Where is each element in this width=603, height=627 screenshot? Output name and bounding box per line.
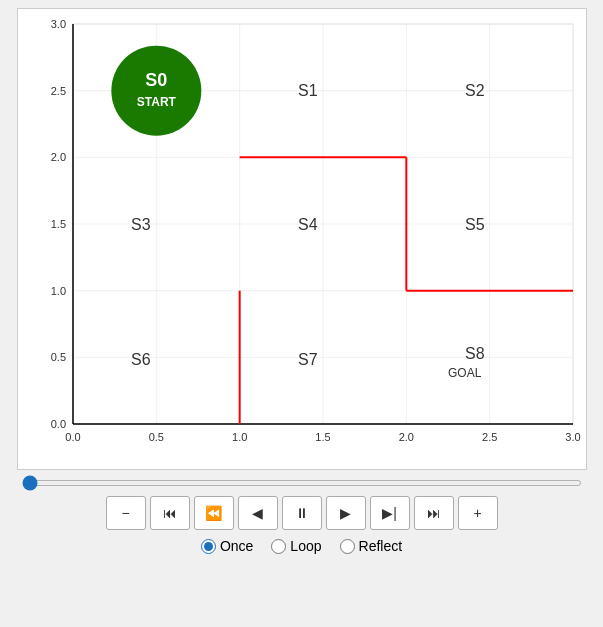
s1-label: S1 — [298, 82, 318, 99]
svg-text:2.0: 2.0 — [50, 151, 65, 163]
step-back-button[interactable]: ⏪ — [194, 496, 234, 530]
svg-text:2.5: 2.5 — [482, 431, 497, 443]
svg-text:0.0: 0.0 — [65, 431, 80, 443]
skip-to-end-button[interactable]: ⏭ — [414, 496, 454, 530]
mode-once-label: Once — [220, 538, 253, 554]
svg-text:1.5: 1.5 — [315, 431, 330, 443]
mode-reflect-radio[interactable] — [340, 539, 355, 554]
y-tick-labels: 0.0 0.5 1.0 1.5 2.0 2.5 3.0 — [50, 18, 65, 430]
mode-reflect-label: Reflect — [359, 538, 403, 554]
s0-circle — [111, 46, 201, 136]
playback-modes: Once Loop Reflect — [201, 538, 402, 554]
skip-to-start-button[interactable]: ⏮ — [150, 496, 190, 530]
s4-label: S4 — [298, 216, 318, 233]
mode-loop-radio[interactable] — [271, 539, 286, 554]
chart-svg: 0.0 0.5 1.0 1.5 2.0 2.5 3.0 0.0 0.5 1.0 … — [18, 9, 588, 469]
mode-loop-option[interactable]: Loop — [271, 538, 321, 554]
svg-text:0.5: 0.5 — [50, 351, 65, 363]
controls-bar: − ⏮ ⏪ ◀ ⏸ ▶ ▶| ⏭ + — [106, 496, 498, 530]
timeline-slider[interactable] — [22, 480, 582, 486]
x-tick-labels: 0.0 0.5 1.0 1.5 2.0 2.5 3.0 — [65, 431, 580, 443]
prev-button[interactable]: ◀ — [238, 496, 278, 530]
mode-once-option[interactable]: Once — [201, 538, 253, 554]
svg-text:0.0: 0.0 — [50, 418, 65, 430]
s2-label: S2 — [465, 82, 485, 99]
s3-label: S3 — [131, 216, 151, 233]
pause-button[interactable]: ⏸ — [282, 496, 322, 530]
play-button[interactable]: ▶ — [326, 496, 366, 530]
plus-button[interactable]: + — [458, 496, 498, 530]
mode-reflect-option[interactable]: Reflect — [340, 538, 403, 554]
svg-text:1.0: 1.0 — [232, 431, 247, 443]
s6-label: S6 — [131, 351, 151, 368]
s8-label: S8 — [465, 345, 485, 362]
svg-text:3.0: 3.0 — [50, 18, 65, 30]
svg-text:1.0: 1.0 — [50, 285, 65, 297]
svg-text:0.5: 0.5 — [148, 431, 163, 443]
svg-text:1.5: 1.5 — [50, 218, 65, 230]
chart-wrapper: 0.0 0.5 1.0 1.5 2.0 2.5 3.0 0.0 0.5 1.0 … — [17, 8, 587, 470]
s5-label: S5 — [465, 216, 485, 233]
mode-loop-label: Loop — [290, 538, 321, 554]
slider-wrapper — [22, 480, 582, 486]
main-container: 0.0 0.5 1.0 1.5 2.0 2.5 3.0 0.0 0.5 1.0 … — [0, 0, 603, 560]
svg-text:2.5: 2.5 — [50, 85, 65, 97]
next-button[interactable]: ▶| — [370, 496, 410, 530]
s0-sublabel: START — [136, 95, 176, 109]
s0-label: S0 — [145, 70, 167, 90]
svg-text:2.0: 2.0 — [398, 431, 413, 443]
s8-sublabel: GOAL — [448, 366, 482, 380]
svg-text:3.0: 3.0 — [565, 431, 580, 443]
mode-once-radio[interactable] — [201, 539, 216, 554]
minus-button[interactable]: − — [106, 496, 146, 530]
s7-label: S7 — [298, 351, 318, 368]
